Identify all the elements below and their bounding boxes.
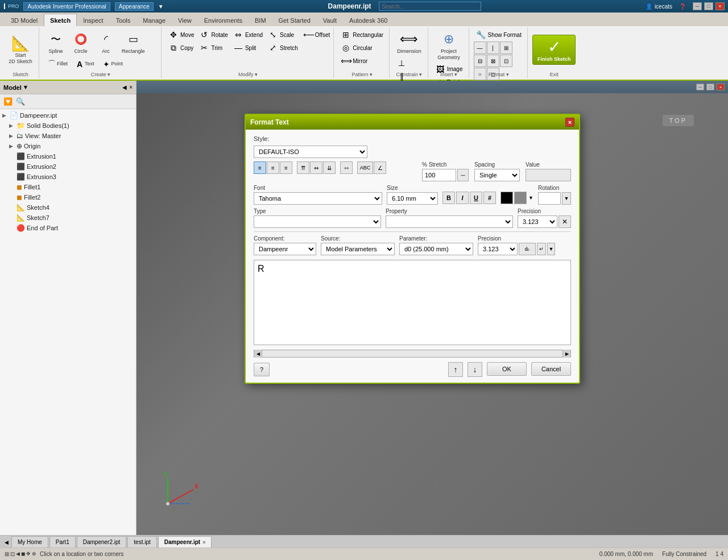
spacing-select[interactable]: Single 1.5 Lines Double	[474, 169, 520, 181]
bg-color-swatch[interactable]	[514, 192, 527, 204]
precision-extra-btn[interactable]: ✕	[559, 215, 571, 228]
extend-btn[interactable]: ⇔ Extend	[231, 28, 265, 41]
material-selector[interactable]: Autodesk Inventor Professional	[23, 2, 110, 11]
underline-btn[interactable]: U	[470, 192, 482, 204]
bold-btn[interactable]: B	[442, 192, 455, 204]
scale-btn[interactable]: ⤡ Scale	[266, 28, 296, 41]
maximize-btn[interactable]: □	[704, 2, 713, 10]
expander-view[interactable]: ▶	[9, 133, 15, 139]
precision-select[interactable]: 3.123	[518, 215, 557, 228]
minimize-btn[interactable]: ─	[693, 2, 702, 10]
trim-btn[interactable]: ✂ Trim	[197, 42, 225, 54]
tree-item-origin[interactable]: ▶ ⊕ Origin	[0, 141, 136, 151]
tree-item-extrusion1[interactable]: ⬛ Extrusion1	[0, 151, 136, 161]
format-icon-1[interactable]: —	[474, 42, 486, 54]
precision2-d0-btn[interactable]: d₀	[519, 243, 536, 255]
help-btn[interactable]: ?	[254, 363, 270, 376]
app-close-btn[interactable]: ×	[715, 2, 725, 10]
size-select[interactable]: 6.10 mm 3.00 mm 4.00 mm 8.00 mm	[387, 192, 438, 205]
font-select[interactable]: Tahoma Arial Times New Roman Courier New	[254, 192, 382, 205]
circular-btn[interactable]: ◎ Circular	[338, 42, 374, 54]
tree-item-view-master[interactable]: ▶ 🗂 View: Master	[0, 131, 136, 141]
dialog-close-btn[interactable]: ×	[565, 118, 574, 127]
stretch-btn[interactable]: ⤢ Stretch	[266, 42, 300, 54]
format-icon-5[interactable]: ⊠	[487, 55, 499, 67]
color-dropdown-btn[interactable]: ▼	[528, 195, 533, 201]
tree-item-dampeenr[interactable]: ▶ 📄 Dampeenr.ipt	[0, 110, 136, 121]
copy-btn[interactable]: ⧉ Copy	[166, 42, 196, 54]
move-up-btn[interactable]: ↑	[448, 362, 463, 377]
valign-bot-btn[interactable]: ⇊	[323, 161, 336, 174]
rotation-input[interactable]	[538, 192, 561, 205]
tab-sketch[interactable]: Sketch	[44, 14, 77, 26]
circle-btn[interactable]: ⭕ Circle	[69, 28, 93, 56]
tab-dampeenr[interactable]: Dampeenr.ipt ×	[158, 536, 212, 547]
tab-test[interactable]: test.ipt	[127, 536, 156, 547]
tree-item-extrusion2[interactable]: ⬛ Extrusion2	[0, 161, 136, 172]
align-right-btn[interactable]: ≡	[280, 161, 292, 174]
abc-btn[interactable]: ABC	[357, 161, 373, 174]
rotation-dropdown-btn[interactable]: ▼	[562, 192, 571, 205]
tab-environments[interactable]: Environments	[198, 14, 249, 26]
format-icon-4[interactable]: ⊟	[474, 55, 486, 67]
tab-my-home[interactable]: My Home	[11, 536, 48, 547]
status-icon-6[interactable]: ⊕	[32, 551, 36, 557]
tree-item-extrusion3[interactable]: ⬛ Extrusion3	[0, 172, 136, 182]
expand-btn[interactable]: ▼	[158, 3, 164, 10]
stretch-minus-btn[interactable]: ─	[457, 169, 469, 181]
expander-origin[interactable]: ▶	[9, 143, 15, 149]
tree-item-sketch4[interactable]: 📐 Sketch4	[0, 202, 136, 213]
start-2d-sketch-btn[interactable]: 📐 Start2D Sketch	[6, 32, 35, 67]
tab-autodesk360[interactable]: Autodesk 360	[343, 14, 394, 26]
move-btn[interactable]: ✥ Move	[166, 28, 196, 41]
expander-dampeenr[interactable]: ▶	[2, 113, 8, 118]
status-icon-2[interactable]: ⊡	[10, 551, 15, 557]
appearance-selector[interactable]: Appearance	[115, 2, 154, 11]
rectangular-btn[interactable]: ⊞ Rectangular	[338, 28, 386, 41]
rotate-btn[interactable]: ↺ Rotate	[197, 28, 230, 41]
tab-get-started[interactable]: Get Started	[272, 14, 317, 26]
component-select[interactable]: Dampeenr	[254, 243, 316, 255]
scroll-right-btn[interactable]: ▶	[562, 350, 570, 358]
angle-btn[interactable]: ∠	[374, 161, 386, 174]
rectangle-btn[interactable]: ▭ Rectangle	[119, 28, 148, 56]
offset-btn[interactable]: ⟵ Offset	[301, 28, 333, 41]
inner-win-close[interactable]: ×	[717, 84, 725, 90]
tab-vault[interactable]: Vault	[317, 14, 343, 26]
parameter-select[interactable]: d0 (25.000 mm) d1 d2	[399, 243, 473, 255]
tree-item-fillet2[interactable]: ◼ Fillet2	[0, 192, 136, 202]
search-input[interactable]	[379, 2, 481, 11]
cancel-btn[interactable]: Cancel	[531, 362, 571, 376]
stretch-input[interactable]	[422, 169, 456, 181]
tab-inspect[interactable]: Inspect	[77, 14, 109, 26]
constrain-btn-1[interactable]: ⊥	[394, 57, 409, 69]
inner-win-min[interactable]: ─	[696, 84, 704, 90]
value-input[interactable]	[526, 169, 571, 181]
tab-manage[interactable]: Manage	[136, 14, 172, 26]
status-icon-1[interactable]: ⊞	[5, 551, 9, 557]
mirror-btn[interactable]: ⟺ Mirror	[338, 55, 370, 67]
tab-scroll-left[interactable]: ◀	[2, 537, 10, 547]
valign-mid-btn[interactable]: ⇔	[310, 161, 322, 174]
model-title-dropdown[interactable]: ▾	[24, 84, 27, 91]
dimension-btn[interactable]: ⟺ Dimension	[394, 28, 424, 56]
tab-bim[interactable]: BIM	[249, 14, 272, 26]
ok-btn[interactable]: OK	[487, 362, 527, 376]
style-select[interactable]: DEFAULT-ISO	[254, 146, 367, 158]
tab-dampener2[interactable]: Dampener2.ipt	[77, 536, 127, 547]
format-icon-3[interactable]: ⊞	[500, 42, 512, 54]
filter-icon[interactable]: 🔽	[3, 97, 13, 106]
inner-win-max[interactable]: □	[706, 84, 714, 90]
status-icon-5[interactable]: ✥	[26, 551, 31, 557]
move-down-btn[interactable]: ↓	[468, 362, 482, 377]
italic-btn[interactable]: I	[456, 192, 469, 204]
tab-3d-model[interactable]: 3D Model	[5, 14, 44, 26]
property-select[interactable]	[386, 215, 513, 228]
text-color-swatch[interactable]	[500, 192, 513, 204]
precision2-dropdown-btn[interactable]: ▼	[547, 243, 555, 255]
scroll-track[interactable]	[262, 351, 562, 356]
arc-btn[interactable]: ◜ Arc	[94, 28, 118, 56]
tree-item-fillet1[interactable]: ◼ Fillet1	[0, 182, 136, 192]
tree-item-solid-bodies[interactable]: ▶ 📁 Solid Bodies(1)	[0, 121, 136, 131]
align-left-btn[interactable]: ≡	[254, 161, 266, 174]
